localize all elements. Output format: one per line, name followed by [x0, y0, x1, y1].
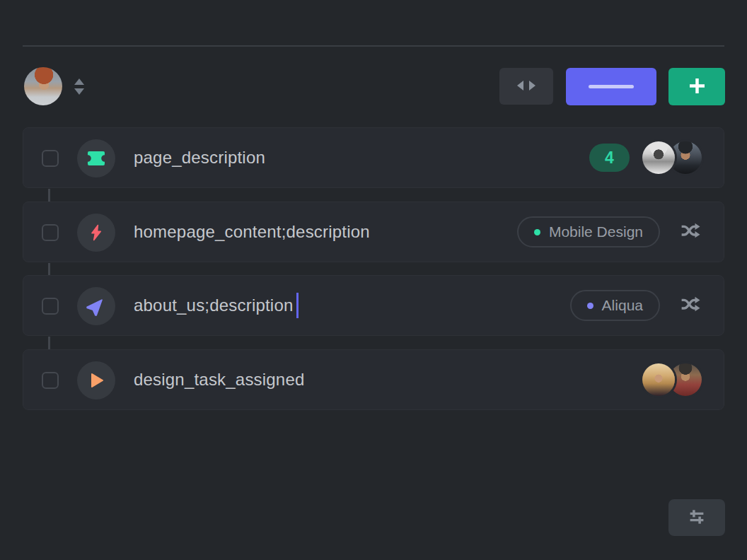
connector-line: [48, 263, 50, 275]
tag-dot: [587, 303, 593, 309]
assignee-avatars[interactable]: [642, 363, 702, 396]
task-row-about-us[interactable]: about_us;description Aliqua: [23, 275, 724, 336]
avatar-blonde-woman[interactable]: [642, 363, 675, 396]
task-title: page_description: [134, 128, 265, 187]
sliders-icon: [686, 506, 707, 530]
count-badge: 4: [589, 144, 630, 172]
tag-aliqua[interactable]: Aliqua: [570, 290, 660, 321]
ticket-icon: [77, 139, 115, 177]
connector-line: [48, 337, 50, 349]
navigation-icon: [77, 287, 115, 325]
row-checkbox[interactable]: [42, 372, 59, 389]
shuffle-icon[interactable]: [678, 220, 702, 244]
add-button[interactable]: [668, 68, 725, 105]
task-title-input[interactable]: about_us;description: [134, 276, 299, 335]
task-row-design-task-assigned[interactable]: design_task_assigned: [23, 349, 724, 410]
header-divider: [23, 45, 724, 47]
settings-button[interactable]: [668, 499, 725, 536]
primary-button[interactable]: [566, 68, 656, 105]
task-row-page-description[interactable]: page_description 4: [23, 127, 724, 188]
connector-line: [48, 189, 50, 202]
lightning-icon: [77, 214, 115, 252]
tag-mobile-design[interactable]: Mobile Design: [517, 216, 660, 247]
plus-icon: [688, 76, 707, 98]
user-avatar[interactable]: [24, 67, 62, 105]
task-title: design_task_assigned: [134, 350, 305, 409]
task-row-homepage-content[interactable]: homepage_content;description Mobile Desi…: [23, 202, 724, 262]
sort-chevrons-icon[interactable]: [71, 77, 87, 95]
tag-dot: [534, 229, 540, 235]
avatar-skier[interactable]: [642, 141, 675, 174]
row-checkbox[interactable]: [42, 298, 59, 315]
row-checkbox[interactable]: [42, 224, 59, 241]
text-cursor: [296, 293, 299, 318]
play-icon: [77, 361, 115, 399]
task-title: homepage_content;description: [134, 202, 370, 262]
dash-icon: [589, 85, 634, 88]
width-toggle-button[interactable]: [499, 68, 553, 105]
tag-label: Aliqua: [602, 297, 643, 314]
tag-label: Mobile Design: [549, 223, 643, 240]
shuffle-icon[interactable]: [678, 293, 702, 317]
row-checkbox[interactable]: [42, 150, 59, 167]
app-background: { "colors": { "background": "#24272b", "…: [0, 0, 747, 560]
horizontal-arrows-icon: [516, 80, 536, 93]
assignee-avatars[interactable]: [642, 141, 702, 174]
